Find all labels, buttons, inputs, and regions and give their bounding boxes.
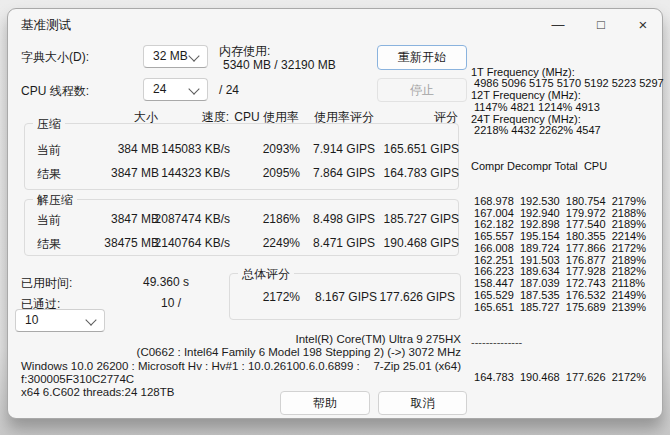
frequency-line: 2218% 4432 2262% 4547 xyxy=(471,125,669,137)
maximize-icon: □ xyxy=(597,17,605,32)
cancel-button[interactable]: 取消 xyxy=(378,391,467,415)
passes-value: 10 / xyxy=(111,296,181,310)
pass-result-line: 158.447 187.039 172.743 2118% xyxy=(471,278,669,290)
minimize-icon: — xyxy=(552,17,565,32)
frequency-line: 12T Frequency (MHz): xyxy=(471,90,669,102)
chevron-down-icon xyxy=(85,314,96,325)
chevron-down-icon xyxy=(188,50,199,61)
decompression-group: 解压缩 当前 3847 MB 2087474 KB/s 2186% 8.498 … xyxy=(24,199,459,256)
window-title: 基准测试 xyxy=(21,17,71,34)
pass-result-line: 165.529 187.535 176.532 2149% xyxy=(471,290,669,302)
cpu-threads-value: 24 xyxy=(153,82,166,96)
cpu-name: Intel(R) Core(TM) Ultra 9 275HX xyxy=(201,333,461,345)
restart-button[interactable]: 重新开始 xyxy=(377,45,467,70)
cell-rating: 165.651 GIPS xyxy=(25,142,459,156)
compression-group: 压缩 当前 384 MB 145083 KB/s 2093% 7.914 GIP… xyxy=(24,123,459,190)
minimize-button[interactable]: — xyxy=(542,13,574,37)
cell-rating: 185.727 GIPS xyxy=(25,212,459,226)
frequency-line: 1147% 4821 1214% 4913 xyxy=(471,102,669,114)
frequency-lines: 1T Frequency (MHz): 4986 5096 5175 5170 … xyxy=(471,67,669,138)
benchmark-dialog: 基准测试 — □ × 字典大小(D): 32 MB 内存使用: 5340 MB … xyxy=(7,8,663,419)
cpu-threads-label: CPU 线程数: xyxy=(21,83,89,100)
total-rating-group-label: 总体评分 xyxy=(238,266,294,283)
dictionary-size-label: 字典大小(D): xyxy=(21,49,89,66)
cpu-feature-hash: f:300005F310C2774C xyxy=(21,373,134,385)
decompression-rows: 当前 3847 MB 2087474 KB/s 2186% 8.498 GIPS… xyxy=(25,207,458,255)
elapsed-time-label: 已用时间: xyxy=(21,275,72,292)
table-row: 当前 384 MB 145083 KB/s 2093% 7.914 GIPS 1… xyxy=(25,137,458,161)
pass-results: 168.978 192.530 180.754 2179% 167.004 19… xyxy=(471,196,669,314)
passes-select[interactable]: 10 xyxy=(15,309,105,332)
compression-rows: 当前 384 MB 145083 KB/s 2093% 7.914 GIPS 1… xyxy=(25,137,458,185)
cpu-details: (C0662 : Intel64 Family 6 Model 198 Step… xyxy=(101,346,461,358)
help-button[interactable]: 帮助 xyxy=(280,391,370,415)
cpu-threads-total: / 24 xyxy=(219,83,239,97)
memory-usage-value: 5340 MB / 32190 MB xyxy=(223,58,336,72)
pass-result-line: 165.557 195.154 180.355 2214% xyxy=(471,231,669,243)
table-row: 结果 38475 MB 2140764 KB/s 2249% 8.471 GIP… xyxy=(25,231,458,255)
arch-info: x64 6.C602 threads:24 128TB xyxy=(21,386,174,398)
maximize-button[interactable]: □ xyxy=(585,13,617,37)
pass-result-line: 168.978 192.530 180.754 2179% xyxy=(471,196,669,208)
os-info: Windows 10.0 26200 : Microsoft Hv : Hv#1… xyxy=(21,360,360,372)
dictionary-size-select[interactable]: 32 MB xyxy=(143,45,208,68)
stop-button: 停止 xyxy=(377,78,467,102)
app-version: 7-Zip 25.01 (x64) xyxy=(341,360,461,372)
pass-result-line: 165.651 185.727 175.689 2139% xyxy=(471,302,669,314)
close-icon: × xyxy=(639,16,648,33)
total-rating: 177.626 GIPS xyxy=(230,290,455,304)
cell-rating: 190.468 GIPS xyxy=(25,236,459,250)
results-total-line: 164.783 190.468 177.626 2172% xyxy=(471,372,669,384)
dictionary-size-value: 32 MB xyxy=(153,49,188,63)
total-rating-group: 总体评分 2172% 8.167 GIPS 177.626 GIPS xyxy=(229,273,461,320)
compression-group-label: 压缩 xyxy=(33,116,65,133)
cpu-threads-select[interactable]: 24 xyxy=(143,78,208,101)
results-columns-header: Compr Decompr Total CPU xyxy=(471,161,669,173)
chevron-down-icon xyxy=(188,83,199,94)
close-button[interactable]: × xyxy=(627,13,659,37)
passes-select-value: 10 xyxy=(25,313,38,327)
frequency-results-panel: 1T Frequency (MHz): 4986 5096 5175 5170 … xyxy=(471,43,669,407)
cell-rating: 164.783 GIPS xyxy=(25,166,459,180)
table-row: 结果 3847 MB 144323 KB/s 2095% 7.864 GIPS … xyxy=(25,161,458,185)
elapsed-time-value: 49.360 s xyxy=(111,275,189,289)
results-separator: -------------- xyxy=(471,337,669,349)
pass-result-line: 166.008 189.724 177.866 2172% xyxy=(471,243,669,255)
table-row: 当前 3847 MB 2087474 KB/s 2186% 8.498 GIPS… xyxy=(25,207,458,231)
